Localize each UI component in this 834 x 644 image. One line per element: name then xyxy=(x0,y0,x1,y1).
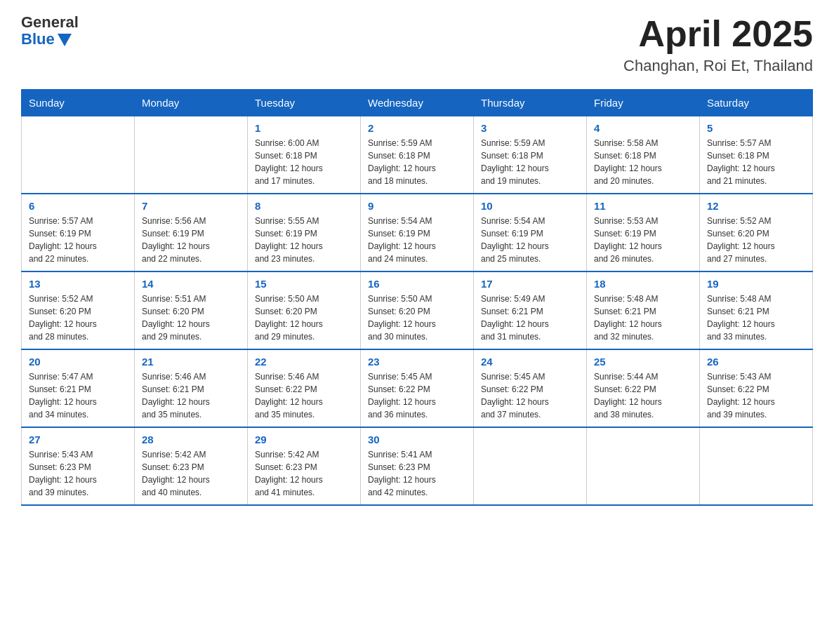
calendar-cell: 16Sunrise: 5:50 AMSunset: 6:20 PMDayligh… xyxy=(361,271,474,349)
month-title: April 2025 xyxy=(623,14,813,54)
day-info: Sunrise: 5:59 AMSunset: 6:18 PMDaylight:… xyxy=(368,138,436,186)
calendar-cell: 21Sunrise: 5:46 AMSunset: 6:21 PMDayligh… xyxy=(135,349,248,427)
calendar-cell: 15Sunrise: 5:50 AMSunset: 6:20 PMDayligh… xyxy=(248,271,361,349)
day-number: 22 xyxy=(255,356,353,368)
logo-triangle-icon xyxy=(58,34,72,46)
calendar-cell xyxy=(587,427,700,505)
day-number: 3 xyxy=(481,122,579,134)
logo-blue-text: Blue xyxy=(21,31,79,48)
day-number: 2 xyxy=(368,122,466,134)
weekday-header-tuesday: Tuesday xyxy=(248,90,361,116)
calendar-cell xyxy=(474,427,587,505)
calendar-body: 1Sunrise: 6:00 AMSunset: 6:18 PMDaylight… xyxy=(22,116,813,506)
calendar-header: SundayMondayTuesdayWednesdayThursdayFrid… xyxy=(22,90,813,116)
day-info: Sunrise: 5:42 AMSunset: 6:23 PMDaylight:… xyxy=(142,450,210,497)
day-info: Sunrise: 5:58 AMSunset: 6:18 PMDaylight:… xyxy=(594,138,662,186)
calendar-table: SundayMondayTuesdayWednesdayThursdayFrid… xyxy=(21,89,813,506)
day-number: 12 xyxy=(707,200,805,212)
day-number: 19 xyxy=(707,278,805,290)
day-number: 14 xyxy=(142,278,240,290)
day-number: 1 xyxy=(255,122,353,134)
calendar-cell: 8Sunrise: 5:55 AMSunset: 6:19 PMDaylight… xyxy=(248,194,361,271)
day-info: Sunrise: 5:59 AMSunset: 6:18 PMDaylight:… xyxy=(481,138,549,186)
calendar-cell xyxy=(22,116,135,194)
day-info: Sunrise: 5:52 AMSunset: 6:20 PMDaylight:… xyxy=(29,294,97,342)
day-number: 7 xyxy=(142,200,240,212)
calendar-cell: 18Sunrise: 5:48 AMSunset: 6:21 PMDayligh… xyxy=(587,271,700,349)
day-info: Sunrise: 5:53 AMSunset: 6:19 PMDaylight:… xyxy=(594,216,662,264)
day-number: 21 xyxy=(142,356,240,368)
day-number: 4 xyxy=(594,122,692,134)
day-info: Sunrise: 5:47 AMSunset: 6:21 PMDaylight:… xyxy=(29,372,97,420)
weekday-header-thursday: Thursday xyxy=(474,90,587,116)
day-number: 10 xyxy=(481,200,579,212)
location-title: Changhan, Roi Et, Thailand xyxy=(623,57,813,75)
calendar-cell: 5Sunrise: 5:57 AMSunset: 6:18 PMDaylight… xyxy=(700,116,813,194)
calendar-week-row: 27Sunrise: 5:43 AMSunset: 6:23 PMDayligh… xyxy=(22,427,813,505)
day-info: Sunrise: 5:56 AMSunset: 6:19 PMDaylight:… xyxy=(142,216,210,264)
calendar-cell xyxy=(135,116,248,194)
day-number: 23 xyxy=(368,356,466,368)
calendar-cell: 19Sunrise: 5:48 AMSunset: 6:21 PMDayligh… xyxy=(700,271,813,349)
logo-general-text: General xyxy=(21,14,79,31)
day-number: 28 xyxy=(142,434,240,445)
weekday-header-row: SundayMondayTuesdayWednesdayThursdayFrid… xyxy=(22,90,813,116)
calendar-cell: 11Sunrise: 5:53 AMSunset: 6:19 PMDayligh… xyxy=(587,194,700,271)
day-info: Sunrise: 5:50 AMSunset: 6:20 PMDaylight:… xyxy=(368,294,436,342)
calendar-week-row: 6Sunrise: 5:57 AMSunset: 6:19 PMDaylight… xyxy=(22,194,813,271)
calendar-cell: 23Sunrise: 5:45 AMSunset: 6:22 PMDayligh… xyxy=(361,349,474,427)
calendar-cell xyxy=(700,427,813,505)
day-number: 29 xyxy=(255,434,353,445)
day-number: 6 xyxy=(29,200,127,212)
title-section: April 2025 Changhan, Roi Et, Thailand xyxy=(623,14,813,75)
calendar-cell: 10Sunrise: 5:54 AMSunset: 6:19 PMDayligh… xyxy=(474,194,587,271)
day-info: Sunrise: 5:51 AMSunset: 6:20 PMDaylight:… xyxy=(142,294,210,342)
calendar-cell: 27Sunrise: 5:43 AMSunset: 6:23 PMDayligh… xyxy=(22,427,135,505)
day-number: 20 xyxy=(29,356,127,368)
page-header: General Blue April 2025 Changhan, Roi Et… xyxy=(21,14,813,75)
weekday-header-monday: Monday xyxy=(135,90,248,116)
day-number: 26 xyxy=(707,356,805,368)
day-number: 9 xyxy=(368,200,466,212)
day-info: Sunrise: 5:42 AMSunset: 6:23 PMDaylight:… xyxy=(255,450,323,497)
day-info: Sunrise: 5:45 AMSunset: 6:22 PMDaylight:… xyxy=(368,372,436,420)
calendar-cell: 9Sunrise: 5:54 AMSunset: 6:19 PMDaylight… xyxy=(361,194,474,271)
day-number: 15 xyxy=(255,278,353,290)
weekday-header-saturday: Saturday xyxy=(700,90,813,116)
day-info: Sunrise: 5:48 AMSunset: 6:21 PMDaylight:… xyxy=(707,294,775,342)
day-number: 8 xyxy=(255,200,353,212)
day-number: 16 xyxy=(368,278,466,290)
day-number: 13 xyxy=(29,278,127,290)
day-info: Sunrise: 5:43 AMSunset: 6:22 PMDaylight:… xyxy=(707,372,775,420)
calendar-cell: 3Sunrise: 5:59 AMSunset: 6:18 PMDaylight… xyxy=(474,116,587,194)
day-info: Sunrise: 5:46 AMSunset: 6:22 PMDaylight:… xyxy=(255,372,323,420)
day-info: Sunrise: 5:54 AMSunset: 6:19 PMDaylight:… xyxy=(368,216,436,264)
calendar-cell: 20Sunrise: 5:47 AMSunset: 6:21 PMDayligh… xyxy=(22,349,135,427)
day-number: 27 xyxy=(29,434,127,445)
day-info: Sunrise: 5:57 AMSunset: 6:19 PMDaylight:… xyxy=(29,216,97,264)
calendar-cell: 17Sunrise: 5:49 AMSunset: 6:21 PMDayligh… xyxy=(474,271,587,349)
calendar-cell: 6Sunrise: 5:57 AMSunset: 6:19 PMDaylight… xyxy=(22,194,135,271)
day-info: Sunrise: 5:46 AMSunset: 6:21 PMDaylight:… xyxy=(142,372,210,420)
weekday-header-sunday: Sunday xyxy=(22,90,135,116)
day-number: 17 xyxy=(481,278,579,290)
calendar-cell: 1Sunrise: 6:00 AMSunset: 6:18 PMDaylight… xyxy=(248,116,361,194)
calendar-cell: 29Sunrise: 5:42 AMSunset: 6:23 PMDayligh… xyxy=(248,427,361,505)
calendar-cell: 14Sunrise: 5:51 AMSunset: 6:20 PMDayligh… xyxy=(135,271,248,349)
day-info: Sunrise: 5:55 AMSunset: 6:19 PMDaylight:… xyxy=(255,216,323,264)
calendar-cell: 26Sunrise: 5:43 AMSunset: 6:22 PMDayligh… xyxy=(700,349,813,427)
calendar-cell: 2Sunrise: 5:59 AMSunset: 6:18 PMDaylight… xyxy=(361,116,474,194)
day-info: Sunrise: 5:41 AMSunset: 6:23 PMDaylight:… xyxy=(368,450,436,497)
day-info: Sunrise: 6:00 AMSunset: 6:18 PMDaylight:… xyxy=(255,138,323,186)
day-info: Sunrise: 5:57 AMSunset: 6:18 PMDaylight:… xyxy=(707,138,775,186)
calendar-week-row: 1Sunrise: 6:00 AMSunset: 6:18 PMDaylight… xyxy=(22,116,813,194)
day-info: Sunrise: 5:49 AMSunset: 6:21 PMDaylight:… xyxy=(481,294,549,342)
day-info: Sunrise: 5:45 AMSunset: 6:22 PMDaylight:… xyxy=(481,372,549,420)
day-info: Sunrise: 5:48 AMSunset: 6:21 PMDaylight:… xyxy=(594,294,662,342)
weekday-header-friday: Friday xyxy=(587,90,700,116)
calendar-cell: 30Sunrise: 5:41 AMSunset: 6:23 PMDayligh… xyxy=(361,427,474,505)
day-number: 11 xyxy=(594,200,692,212)
calendar-week-row: 13Sunrise: 5:52 AMSunset: 6:20 PMDayligh… xyxy=(22,271,813,349)
day-info: Sunrise: 5:44 AMSunset: 6:22 PMDaylight:… xyxy=(594,372,662,420)
day-info: Sunrise: 5:52 AMSunset: 6:20 PMDaylight:… xyxy=(707,216,775,264)
